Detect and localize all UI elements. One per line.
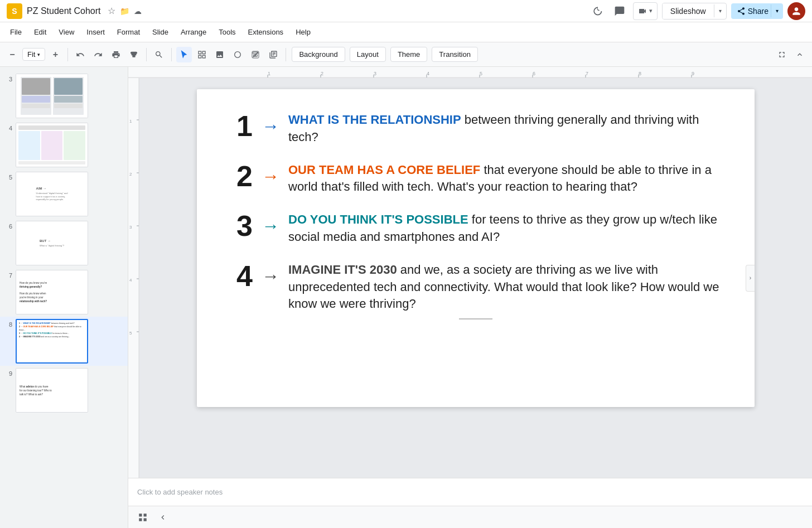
print-button[interactable] — [108, 47, 124, 62]
zoom-out-button[interactable]: − — [4, 47, 20, 62]
svg-rect-0 — [199, 51, 201, 54]
slide-item-3: 3 → DO YOU THINK IT'S POSSIBLE for teens… — [225, 211, 727, 246]
title-actions: ▾ Slideshow ▾ Share ▾ — [588, 2, 805, 20]
slide-text-1: WHAT IS THE RELATIONSHIP between thrivin… — [288, 112, 727, 146]
slide-thumbnail-8[interactable]: 8 1 → WHAT IS THE RELATIONSHIP between t… — [0, 317, 128, 366]
speaker-notes-area[interactable]: Click to add speaker notes — [128, 478, 812, 506]
menu-file[interactable]: File — [4, 26, 27, 38]
menu-tools[interactable]: Tools — [213, 26, 241, 38]
slide-number-4: 4 — [225, 261, 253, 290]
svg-text:6: 6 — [533, 71, 535, 76]
slide-thumbnail-3[interactable]: 3 — [0, 71, 128, 120]
slide-thumbnail-6[interactable]: 6 BUT → What is "digital thriving"? — [0, 219, 128, 268]
background-button[interactable]: Background — [292, 47, 345, 62]
star-icon[interactable]: ☆ — [108, 6, 115, 16]
comments-button[interactable] — [611, 2, 629, 20]
share-button[interactable]: Share ▾ — [731, 3, 783, 19]
menu-slide[interactable]: Slide — [147, 26, 174, 38]
share-dropdown-icon[interactable]: ▾ — [771, 4, 783, 17]
editor-area: 1 2 3 4 5 6 7 8 9 — [128, 67, 812, 528]
slide-thumbnail-4[interactable]: 4 — [0, 120, 128, 169]
slide-number-3: 3 — [225, 211, 253, 240]
arrow-2: → — [262, 166, 279, 187]
menu-extensions[interactable]: Extensions — [243, 26, 289, 38]
menu-format[interactable]: Format — [112, 26, 146, 38]
slide-thumb-4 — [16, 123, 88, 167]
undo-button[interactable] — [72, 47, 88, 62]
zoom-in-button[interactable]: + — [47, 47, 63, 62]
menu-insert[interactable]: Insert — [81, 26, 110, 38]
slide-thumbnail-7[interactable]: 7 How do you know you're thriving genera… — [0, 268, 128, 317]
slide-thumb-5: AIM → Understand "digital thriving" andh… — [16, 172, 88, 216]
svg-text:2: 2 — [129, 172, 132, 177]
folder-icon[interactable]: 📁 — [120, 7, 129, 16]
svg-point-4 — [235, 51, 241, 57]
slide-thumbnail-5[interactable]: 5 AIM → Understand "digital thriving" an… — [0, 169, 128, 219]
svg-text:4: 4 — [427, 71, 429, 76]
svg-text:7: 7 — [586, 71, 588, 76]
slide-divider — [459, 318, 492, 319]
redo-button[interactable] — [90, 47, 106, 62]
menu-arrange[interactable]: Arrange — [175, 26, 212, 38]
svg-text:8: 8 — [639, 71, 641, 76]
slide-number-2: 2 — [225, 162, 253, 191]
toolbar: − Fit ▾ + Background Layout Theme Transi… — [0, 42, 812, 67]
insert-image-button[interactable] — [212, 47, 228, 62]
select-all-button[interactable] — [194, 47, 210, 62]
avatar[interactable] — [787, 2, 805, 20]
slide-text-2: OUR TEAM HAS A CORE BELIEF that everyone… — [288, 162, 727, 196]
insert-textbox-button[interactable] — [265, 47, 281, 62]
menu-help[interactable]: Help — [290, 26, 316, 38]
svg-text:1: 1 — [268, 71, 270, 76]
main-area: 3 — [0, 67, 812, 528]
svg-rect-2 — [199, 55, 201, 58]
menu-bar: File Edit View Insert Format Slide Arran… — [0, 22, 812, 42]
zoom-tool-button[interactable] — [151, 47, 167, 62]
toolbar-divider-3 — [171, 48, 172, 61]
slide-thumb-9: What advice do you have for our listenin… — [16, 368, 88, 413]
slide-canvas[interactable]: 1 → WHAT IS THE RELATIONSHIP between thr… — [197, 89, 755, 407]
svg-text:3: 3 — [374, 71, 376, 76]
theme-button[interactable]: Theme — [390, 47, 427, 62]
slide-thumb-6: BUT → What is "digital thriving"? — [16, 221, 88, 265]
transition-button[interactable]: Transition — [432, 47, 478, 62]
cloud-icon[interactable]: ☁ — [134, 7, 142, 16]
bottom-bar — [128, 506, 812, 528]
svg-rect-3 — [203, 55, 206, 58]
paint-format-button[interactable] — [126, 47, 142, 62]
slide-thumbnail-9[interactable]: 9 What advice do you have for our listen… — [0, 366, 128, 415]
svg-text:4: 4 — [129, 278, 132, 283]
arrow-3: → — [262, 216, 279, 236]
grid-view-button[interactable] — [135, 510, 151, 525]
insert-shape-button[interactable] — [230, 47, 245, 62]
slide-thumb-8: 1 → WHAT IS THE RELATIONSHIP between thr… — [16, 319, 88, 364]
highlight-3: DO YOU THINK IT'S POSSIBLE — [288, 212, 468, 226]
select-button[interactable] — [176, 47, 192, 62]
slide-item-2: 2 → OUR TEAM HAS A CORE BELIEF that ever… — [225, 162, 727, 196]
slide-thumb-3 — [16, 74, 88, 118]
slideshow-button[interactable]: Slideshow ▾ — [662, 3, 727, 20]
slide-panel: 3 — [0, 67, 128, 528]
history-button[interactable] — [588, 2, 606, 20]
right-panel-toggle[interactable]: › — [746, 265, 755, 292]
slideshow-label[interactable]: Slideshow — [663, 3, 714, 19]
toolbar-divider-2 — [146, 48, 147, 61]
insert-line-button[interactable] — [248, 47, 263, 62]
zoom-level-label: Fit — [27, 50, 35, 59]
highlight-2: OUR TEAM HAS A CORE BELIEF — [288, 163, 480, 177]
slideshow-dropdown-icon[interactable]: ▾ — [714, 4, 726, 17]
layout-button[interactable]: Layout — [350, 47, 386, 62]
expand-button[interactable] — [774, 47, 790, 62]
menu-edit[interactable]: Edit — [28, 26, 52, 38]
canvas-scroll-area[interactable]: 1 → WHAT IS THE RELATIONSHIP between thr… — [139, 78, 812, 478]
menu-view[interactable]: View — [53, 26, 80, 38]
svg-text:3: 3 — [129, 225, 132, 230]
slide-text-3: DO YOU THINK IT'S POSSIBLE for teens to … — [288, 211, 727, 246]
video-button[interactable]: ▾ — [633, 2, 658, 20]
speaker-notes-placeholder[interactable]: Click to add speaker notes — [137, 488, 223, 496]
app-icon: S — [7, 3, 22, 19]
vertical-ruler: 1 2 3 4 5 — [128, 78, 139, 478]
collapse-button[interactable] — [792, 47, 808, 62]
collapse-panel-button[interactable] — [155, 510, 171, 525]
zoom-select[interactable]: Fit ▾ — [22, 48, 45, 61]
